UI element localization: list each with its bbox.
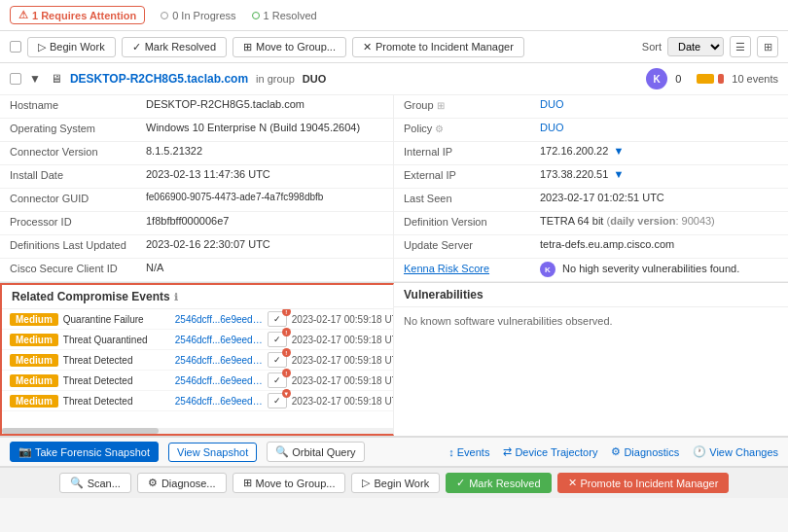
move-icon: ⊞ — [243, 477, 252, 489]
forensic-snapshot-button[interactable]: 📷 Take Forensic Snapshot — [10, 442, 159, 462]
inprogress-status: 0 In Progress — [161, 10, 235, 21]
scrollbar-thumb-h — [2, 428, 159, 434]
action-icon-btn[interactable]: ✓! — [268, 372, 287, 388]
detail-policy-row: Policy ⚙ DUO — [394, 119, 788, 142]
events-link[interactable]: ↕ Events — [448, 446, 489, 458]
search-icon: 🔍 — [275, 445, 289, 458]
device-checkbox[interactable] — [10, 73, 21, 85]
event-bar — [697, 74, 724, 84]
action-icon-btn[interactable]: ✓! — [268, 352, 287, 368]
events-icon: ↕ — [448, 446, 454, 458]
bottom-nav: 📷 Take Forensic Snapshot View Snapshot 🔍… — [0, 437, 788, 467]
action-begin-work-button[interactable]: ▷ Begin Work — [351, 473, 440, 493]
detail-left: Hostname DESKTOP-R2CH8G5.taclab.com Oper… — [0, 95, 394, 282]
detail-right: Group ⊞ DUO Policy ⚙ DUO Internal IP 172… — [394, 95, 788, 282]
move-to-group-button[interactable]: ⊞ Move to Group... — [233, 37, 346, 57]
nav-links-right: ↕ Events ⇄ Device Trajectory ⚙ Diagnosti… — [448, 445, 778, 458]
close-icon: ✕ — [363, 41, 372, 53]
scan-icon: 🔍 — [70, 477, 84, 489]
scan-button[interactable]: 🔍 Scan... — [59, 473, 131, 493]
cross-icon: ✕ — [568, 477, 577, 489]
compromise-row: Medium Threat Detected 2546dcff...6e9eed… — [2, 371, 393, 391]
internal-ip-dropdown[interactable]: ▼ — [613, 145, 624, 157]
vulnerabilities-panel: Vulnerabilities No known software vulner… — [394, 283, 788, 436]
detail-client-id-row: Cisco Secure Client ID N/A — [0, 259, 393, 282]
detail-grid: Hostname DESKTOP-R2CH8G5.taclab.com Oper… — [0, 95, 788, 283]
info-icon[interactable]: ℹ — [174, 292, 178, 302]
group-icon: ⊞ — [243, 41, 252, 53]
detail-last-seen-row: Last Seen 2023-02-17 01:02:51 UTC — [394, 189, 788, 212]
trajectory-link[interactable]: ⇄ Device Trajectory — [503, 445, 597, 458]
device-group: DUO — [303, 73, 326, 85]
detail-external-ip-row: External IP 173.38.220.51 ▼ — [394, 165, 788, 189]
bottom-panels: Related Compromise Events ℹ Medium Quara… — [0, 283, 788, 437]
compromise-row: Medium Threat Quarantined 2546dcff...6e9… — [2, 330, 393, 350]
toolbar: ▷ Begin Work ✓ Mark Resolved ⊞ Move to G… — [0, 31, 788, 63]
detail-connector-row: Connector Version 8.1.5.21322 — [0, 142, 393, 165]
action-bar: 🔍 Scan... ⚙ Diagnose... ⊞ Move to Group.… — [0, 467, 788, 498]
orbital-query-button[interactable]: 🔍 Orbital Query — [267, 442, 364, 462]
warning-icon: ⚠ — [18, 9, 28, 21]
detail-definition-ver-row: Definition Version TETRA 64 bit (daily v… — [394, 212, 788, 235]
begin-work-button[interactable]: ▷ Begin Work — [27, 37, 116, 57]
group-label: in group — [256, 73, 295, 85]
action-move-group-button[interactable]: ⊞ Move to Group... — [233, 473, 346, 493]
check-icon: ✓ — [456, 477, 465, 489]
grid-view-icon[interactable]: ⊞ — [757, 36, 778, 57]
group-link[interactable]: DUO — [540, 98, 563, 110]
detail-update-server-row: Update Server tetra-defs.eu.amp.cisco.co… — [394, 235, 788, 259]
sort-section: Sort Date ☰ ⊞ — [642, 36, 778, 57]
attention-badge[interactable]: ⚠ 1 Requires Attention — [10, 6, 145, 24]
external-ip-dropdown[interactable]: ▼ — [613, 168, 624, 180]
device-hostname[interactable]: DESKTOP-R2CH8G5.taclab.com — [70, 72, 248, 86]
expand-icon[interactable]: ▼ — [29, 72, 41, 86]
compromise-panel: Related Compromise Events ℹ Medium Quara… — [0, 283, 394, 436]
k-count: 0 — [675, 73, 681, 85]
vuln-scroll[interactable]: No known software vulnerabilities observ… — [394, 307, 788, 424]
select-all-checkbox[interactable] — [10, 41, 21, 53]
detail-hostname-row: Hostname DESKTOP-R2CH8G5.taclab.com — [0, 95, 393, 119]
camera-icon: 📷 — [18, 445, 32, 458]
resolved-status: 1 Resolved — [252, 10, 317, 21]
vulnerabilities-title: Vulnerabilities — [394, 283, 788, 307]
device-row: ▼ 🖥 DESKTOP-R2CH8G5.taclab.com in group … — [0, 63, 788, 95]
view-changes-link[interactable]: 🕐 View Changes — [693, 445, 778, 458]
k-badge: K — [646, 68, 667, 89]
play-icon: ▷ — [362, 477, 370, 489]
mark-resolved-button[interactable]: ✓ Mark Resolved — [122, 37, 227, 57]
detail-install-row: Install Date 2023-02-13 11:47:36 UTC — [0, 165, 393, 189]
events-count: 10 events — [732, 73, 778, 85]
detail-guid-row: Connector GUID fe066900-9075-4473-ade7-4… — [0, 189, 393, 212]
diagnostics-link[interactable]: ⚙ Diagnostics — [611, 445, 679, 458]
clock-icon: 🕐 — [693, 445, 706, 458]
play-icon: ▷ — [38, 41, 46, 53]
bar-high — [718, 74, 724, 84]
detail-kenna-row: Kenna Risk Score K No high severity vuln… — [394, 259, 788, 282]
detail-internal-ip-row: Internal IP 172.16.200.22 ▼ — [394, 142, 788, 165]
action-icon-btn[interactable]: ✓▼ — [268, 393, 287, 408]
policy-link[interactable]: DUO — [540, 122, 563, 133]
monitor-icon: 🖥 — [51, 72, 62, 86]
action-mark-resolved-button[interactable]: ✓ Mark Resolved — [446, 473, 551, 493]
sort-select[interactable]: Date — [667, 37, 724, 56]
compromise-row: Medium Threat Detected 2546dcff...6e9eed… — [2, 350, 393, 371]
promote-button[interactable]: ✕ Promote to Incident Manager — [352, 37, 524, 57]
list-view-icon[interactable]: ☰ — [730, 36, 751, 57]
detail-processor-row: Processor ID 1f8bfbff000006e7 — [0, 212, 393, 235]
view-snapshot-button[interactable]: View Snapshot — [168, 443, 257, 462]
bar-medium — [697, 74, 714, 84]
resolved-icon — [252, 12, 260, 19]
diagnose-button[interactable]: ⚙ Diagnose... — [137, 473, 227, 493]
action-promote-button[interactable]: ✕ Promote to Incident Manager — [557, 473, 730, 493]
detail-group-row: Group ⊞ DUO — [394, 95, 788, 119]
action-icon-btn[interactable]: ✓! — [268, 311, 287, 327]
inprogress-icon — [161, 12, 168, 19]
compromise-title: Related Compromise Events ℹ — [2, 285, 393, 309]
status-bar: ⚠ 1 Requires Attention 0 In Progress 1 R… — [0, 0, 788, 31]
compromise-row: Medium Quarantine Failure 2546dcff...6e9… — [2, 309, 393, 330]
diagnose-icon: ⚙ — [148, 477, 158, 489]
action-icon-btn[interactable]: ✓! — [268, 332, 287, 347]
check-icon: ✓ — [132, 41, 141, 53]
scrollbar-h[interactable] — [2, 428, 393, 434]
kenna-link[interactable]: Kenna Risk Score — [404, 263, 489, 274]
